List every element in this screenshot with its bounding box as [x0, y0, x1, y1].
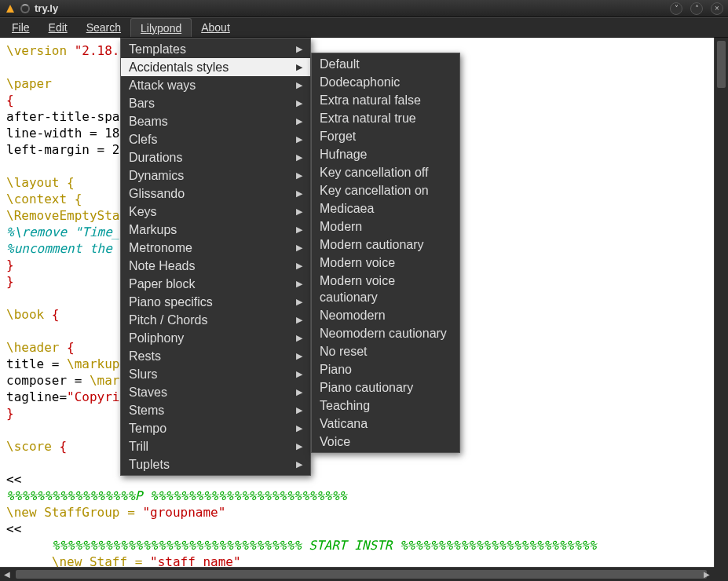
submenu-item-label: Modern	[320, 218, 362, 235]
lilypond-menu-item[interactable]: Tempo▶	[121, 419, 310, 437]
accidentals-submenu-item[interactable]: Teaching	[312, 396, 459, 415]
menu-item-label: Keys	[129, 203, 157, 220]
code-token: \new StaffGroup =	[6, 505, 142, 520]
submenu-arrow-icon: ▶	[296, 294, 302, 310]
lilypond-menu-item[interactable]: Templates▶	[121, 40, 310, 58]
accidentals-submenu-item[interactable]: No reset	[312, 342, 459, 360]
accidentals-submenu-item[interactable]: Modern voice cautionary	[312, 272, 459, 306]
busy-spinner-icon	[20, 4, 30, 13]
menu-edit[interactable]: Edit	[39, 18, 77, 37]
close-window-button[interactable]: ×	[711, 2, 723, 15]
lilypond-menu-item[interactable]: Note Heads▶	[121, 257, 310, 275]
horizontal-scrollbar[interactable]: ◀ ▶	[0, 567, 714, 581]
lilypond-menu-item[interactable]: Rests▶	[121, 347, 310, 365]
submenu-arrow-icon: ▶	[296, 203, 302, 220]
accidentals-submenu-item[interactable]: Default	[312, 55, 459, 73]
code-token: \paper	[6, 76, 52, 91]
code-token: \header	[6, 340, 67, 355]
menu-item-label: Staves	[129, 384, 167, 400]
vertical-scrollbar[interactable]	[714, 38, 728, 567]
menu-item-label: Accidentals styles	[129, 59, 229, 75]
submenu-item-label: Key cancellation on	[320, 182, 429, 199]
menu-file[interactable]: File	[2, 18, 39, 37]
accidentals-submenu-item[interactable]: Key cancellation off	[312, 163, 459, 181]
accidentals-submenu-item[interactable]: Modern	[312, 217, 459, 236]
submenu-item-label: Vaticana	[320, 415, 368, 432]
menu-about[interactable]: About	[192, 18, 240, 37]
lilypond-menu-item[interactable]: Stems▶	[121, 401, 310, 419]
submenu-arrow-icon: ▶	[296, 276, 302, 292]
lilypond-menu-item[interactable]: Markups▶	[121, 221, 310, 239]
menubar: File Edit Search Lilypond About	[0, 17, 728, 38]
code-token: }	[6, 258, 14, 272]
accidentals-submenu-item[interactable]: Piano cautionary	[312, 378, 459, 396]
lilypond-menu-item[interactable]: Durations▶	[121, 148, 310, 166]
lilypond-menu-item[interactable]: Paper block▶	[121, 275, 310, 293]
lilypond-menu-item[interactable]: Slurs▶	[121, 365, 310, 383]
menu-search[interactable]: Search	[77, 18, 130, 37]
scroll-left-icon[interactable]: ◀	[0, 568, 14, 581]
submenu-item-label: Piano	[320, 361, 352, 378]
maximize-button[interactable]: ˄	[690, 2, 703, 15]
submenu-item-label: Medicaea	[320, 200, 374, 217]
accidentals-submenu-item[interactable]: Modern voice	[312, 254, 459, 272]
lilypond-menu-item[interactable]: Keys▶	[121, 203, 310, 221]
submenu-item-label: Default	[320, 56, 360, 72]
lilypond-menu-item[interactable]: Accidentals styles▶	[121, 58, 310, 76]
accidentals-submenu-item[interactable]: Hufnage	[312, 145, 459, 163]
accidentals-submenu-item[interactable]: Medicaea	[312, 199, 459, 217]
scroll-right-icon[interactable]: ▶	[700, 568, 714, 581]
minimize-button[interactable]: ˅	[670, 2, 682, 15]
code-token: %%%%%%%%%%%%%%%%%	[6, 488, 135, 503]
lilypond-dropdown: Templates▶Accidentals styles▶Attack ways…	[120, 38, 311, 476]
lilypond-menu-item[interactable]: Attack ways▶	[121, 76, 310, 94]
vertical-scrollbar-thumb[interactable]	[717, 41, 726, 88]
lilypond-menu-item[interactable]: Clefs▶	[121, 130, 310, 148]
submenu-item-label: Voice	[320, 433, 350, 450]
menu-item-label: Beams	[129, 113, 168, 130]
accidentals-submenu-item[interactable]: Vaticana	[312, 415, 459, 433]
lilypond-menu-item[interactable]: Metronome▶	[121, 239, 310, 257]
accidentals-submenu-item[interactable]: Extra natural false	[312, 91, 459, 109]
menu-item-label: Note Heads	[129, 258, 196, 274]
code-token: tagline=	[6, 389, 67, 404]
horizontal-scrollbar-thumb[interactable]	[16, 570, 707, 579]
menu-item-label: Durations	[129, 149, 182, 166]
accidentals-submenu-item[interactable]: Forget	[312, 127, 459, 145]
submenu-arrow-icon: ▶	[296, 77, 302, 93]
code-token: {	[52, 307, 60, 322]
lilypond-menu-item[interactable]: Glissando▶	[121, 185, 310, 203]
code-token: title =	[6, 356, 67, 371]
lilypond-menu-item[interactable]: Pitch / Chords▶	[121, 311, 310, 329]
lilypond-menu-item[interactable]: Trill▶	[121, 437, 310, 455]
submenu-item-label: Key cancellation off	[320, 164, 428, 181]
accidentals-submenu-item[interactable]: Neomodern cautionary	[312, 324, 459, 342]
accidentals-submenu-item[interactable]: Key cancellation on	[312, 181, 459, 199]
titlebar: try.ly ˅ ˄ ×	[0, 0, 728, 17]
lilypond-menu-item[interactable]: Dynamics▶	[121, 166, 310, 185]
submenu-item-label: Teaching	[320, 397, 370, 414]
menu-lilypond[interactable]: Lilypond	[130, 18, 192, 37]
lilypond-menu-item[interactable]: Beams▶	[121, 112, 310, 130]
accidentals-styles-submenu: DefaultDodecaphonicExtra natural falseEx…	[311, 53, 460, 453]
menu-item-label: Paper block	[129, 276, 196, 292]
accidentals-submenu-item[interactable]: Modern cautionary	[312, 236, 459, 254]
lilypond-menu-item[interactable]: Bars▶	[121, 94, 310, 112]
accidentals-submenu-item[interactable]: Dodecaphonic	[312, 73, 459, 91]
code-token: }	[6, 274, 14, 289]
accidentals-submenu-item[interactable]: Neomodern	[312, 306, 459, 324]
lilypond-menu-item[interactable]: Tuplets▶	[121, 455, 310, 473]
accidentals-submenu-item[interactable]: Voice	[312, 433, 459, 451]
accidentals-submenu-item[interactable]: Piano	[312, 360, 459, 378]
menu-item-label: Glissando	[129, 185, 185, 202]
lilypond-menu-item[interactable]: Poliphony▶	[121, 329, 310, 347]
submenu-item-label: Neomodern cautionary	[320, 325, 447, 342]
lilypond-menu-item[interactable]: Piano specifics▶	[121, 293, 310, 311]
accidentals-submenu-item[interactable]: Extra natural true	[312, 109, 459, 127]
lilypond-menu-item[interactable]: Staves▶	[121, 383, 310, 401]
submenu-arrow-icon: ▶	[296, 185, 302, 202]
submenu-arrow-icon: ▶	[296, 221, 302, 238]
code-token: }	[6, 406, 14, 421]
code-token: "staff name"	[150, 554, 241, 567]
code-token: \context {	[6, 192, 82, 206]
